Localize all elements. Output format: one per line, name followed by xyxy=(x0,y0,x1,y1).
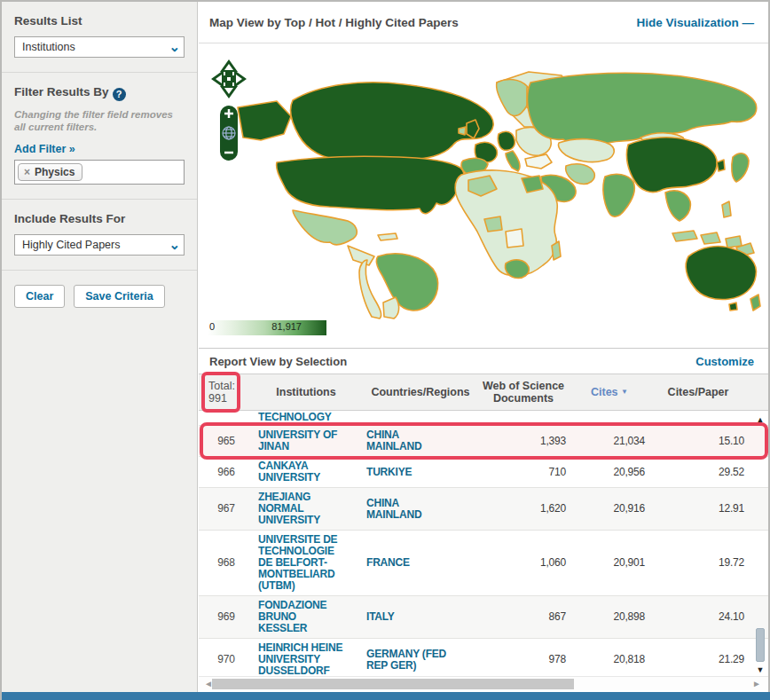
documents-cell: 1,060 xyxy=(478,554,569,572)
include-results-section: Include Results For Highly Cited Papers … xyxy=(2,200,197,270)
country-cell: GERMANY (FED REP GER) xyxy=(363,645,478,675)
scroll-up-icon[interactable]: ▲ xyxy=(754,415,766,424)
rank-cell: 970 xyxy=(203,650,249,669)
vertical-scrollbar[interactable]: ▲ ▼ xyxy=(754,415,766,674)
country-cell: FRANCE xyxy=(363,554,478,572)
choropleth-legend: 0 81,917 xyxy=(208,320,326,335)
country-cell: TURKIYE xyxy=(363,463,478,482)
window-bottom-edge xyxy=(2,692,770,700)
include-results-select[interactable]: Highly Cited Papers ⌄ xyxy=(14,234,185,256)
include-results-value: Highly Cited Papers xyxy=(22,239,120,251)
rank-cell: 965 xyxy=(203,432,249,451)
report-view-title: Report View by Selection xyxy=(209,355,347,368)
map-view-header: Map View by Top / Hot / Highly Cited Pap… xyxy=(199,2,768,43)
scroll-down-icon[interactable]: ▼ xyxy=(754,665,766,674)
total-count-value: 991 xyxy=(208,392,227,405)
table-row[interactable]: 967 ZHEJIANG NORMAL UNIVERSITY CHINA MAI… xyxy=(199,488,768,531)
total-count-cell: Total: 991 xyxy=(203,380,249,405)
filter-chip-label: Physics xyxy=(35,166,75,178)
filter-by-section: Filter Results By? Changing the filter f… xyxy=(2,73,197,199)
table-rows: 965 UNIVERSITY OF JINAN CHINA MAINLAND 1… xyxy=(199,426,768,676)
column-header-countries[interactable]: Countries/Regions xyxy=(363,386,478,398)
documents-cell: 867 xyxy=(478,608,569,626)
include-results-label: Include Results For xyxy=(14,212,185,225)
report-view-header: Report View by Selection Customize xyxy=(199,348,768,374)
institution-link[interactable]: FONDAZIONE BRUNO KESSLER xyxy=(249,596,363,638)
cites-per-paper-cell: 15.10 xyxy=(650,432,746,451)
table-body: TECHNOLOGY 965 UNIVERSITY OF JINAN CHINA… xyxy=(199,411,768,676)
institution-link[interactable]: TECHNOLOGY xyxy=(249,411,363,426)
filter-chip-physics[interactable]: × Physics xyxy=(18,163,82,181)
table-row[interactable]: 965 UNIVERSITY OF JINAN CHINA MAINLAND 1… xyxy=(199,426,768,457)
column-header-cites-paper[interactable]: Cites/Paper xyxy=(650,386,746,398)
country-cell: CHINA MAINLAND xyxy=(363,494,478,524)
help-icon[interactable]: ? xyxy=(113,88,126,101)
active-filters-box: × Physics xyxy=(14,160,185,185)
filter-note: Changing the filter field removes all cu… xyxy=(14,108,185,133)
country-cell: ITALY xyxy=(363,608,478,626)
filter-by-label: Filter Results By? xyxy=(14,85,185,101)
map-view-title: Map View by Top / Hot / Highly Cited Pap… xyxy=(209,16,459,29)
legend-max-value: 81,917 xyxy=(271,321,302,332)
cites-cell: 20,901 xyxy=(569,554,650,572)
documents-cell: 978 xyxy=(478,650,569,669)
cites-per-paper-cell: 29.52 xyxy=(650,463,746,482)
table-row[interactable]: 968 UNIVERSITE DE TECHNOLOGIE DE BELFORT… xyxy=(199,531,768,596)
minus-icon: — xyxy=(742,16,755,29)
horizontal-scrollbar[interactable]: ◄ ► xyxy=(199,676,768,690)
sidebar-buttons: Clear Save Criteria xyxy=(2,271,197,322)
column-header-documents[interactable]: Web of Science Documents xyxy=(478,380,569,405)
rank-cell: 969 xyxy=(203,608,249,626)
cites-cell: 20,898 xyxy=(569,608,650,626)
column-header-institutions[interactable]: Institutions xyxy=(249,386,363,398)
column-header-cites-sort[interactable]: Cites ▼ xyxy=(569,386,650,398)
cites-cell: 20,818 xyxy=(569,650,650,669)
horizontal-scroll-thumb[interactable] xyxy=(212,679,574,689)
institution-link[interactable]: ZHEJIANG NORMAL UNIVERSITY xyxy=(249,488,363,530)
esi-results-window: Results List Institutions ⌄ Filter Resul… xyxy=(0,0,770,700)
cites-cell: 21,034 xyxy=(569,432,650,451)
rank-cell: 966 xyxy=(203,463,249,482)
table-row[interactable]: 970 HEINRICH HEINE UNIVERSITY DUSSELDORF… xyxy=(199,639,768,676)
institution-link[interactable]: UNIVERSITE DE TECHNOLOGIE DE BELFORT-MON… xyxy=(249,531,363,595)
world-choropleth-map[interactable] xyxy=(204,45,763,320)
table-row[interactable]: 969 FONDAZIONE BRUNO KESSLER ITALY 867 2… xyxy=(199,596,768,639)
results-list-select[interactable]: Institutions ⌄ xyxy=(14,36,185,58)
results-list-section: Results List Institutions ⌄ xyxy=(2,2,197,72)
chevron-down-icon: ⌄ xyxy=(169,240,180,249)
institution-link[interactable]: UNIVERSITY OF JINAN xyxy=(249,426,363,456)
chevron-down-icon: ⌄ xyxy=(169,43,180,51)
country-cell: CHINA MAINLAND xyxy=(363,426,478,456)
rank-cell: 968 xyxy=(203,554,249,572)
results-list-label: Results List xyxy=(14,14,185,28)
customize-link[interactable]: Customize xyxy=(695,355,754,368)
vertical-scroll-thumb[interactable] xyxy=(756,628,765,662)
cites-cell: 20,956 xyxy=(569,463,650,482)
documents-cell: 1,393 xyxy=(478,432,569,451)
filter-sidebar: Results List Institutions ⌄ Filter Resul… xyxy=(2,2,198,693)
hide-visualization-link[interactable]: Hide Visualization — xyxy=(636,16,754,29)
legend-min-value: 0 xyxy=(209,321,215,332)
cites-per-paper-cell: 24.10 xyxy=(650,608,746,626)
table-row[interactable]: 966 CANKAYA UNIVERSITY TURKIYE 710 20,95… xyxy=(199,457,768,488)
map-navigation-controls xyxy=(209,58,248,164)
world-map-area: 0 81,917 xyxy=(199,43,768,348)
save-criteria-button[interactable]: Save Criteria xyxy=(74,285,164,308)
documents-cell: 1,620 xyxy=(478,499,569,518)
remove-filter-icon[interactable]: × xyxy=(24,166,30,178)
documents-cell: 710 xyxy=(478,463,569,482)
results-list-value: Institutions xyxy=(22,41,75,53)
cites-per-paper-cell: 19.72 xyxy=(650,554,746,572)
main-panel: Map View by Top / Hot / Highly Cited Pap… xyxy=(199,2,768,693)
scroll-right-icon[interactable]: ► xyxy=(752,678,761,690)
rank-cell: 967 xyxy=(203,499,249,518)
clear-button[interactable]: Clear xyxy=(14,285,65,308)
add-filter-link[interactable]: Add Filter » xyxy=(14,143,75,155)
table-row-partial: TECHNOLOGY xyxy=(199,411,768,426)
results-table-header: Total: 991 Institutions Countries/Region… xyxy=(199,374,768,411)
cites-per-paper-cell: 12.91 xyxy=(650,499,746,518)
cites-cell: 20,916 xyxy=(569,499,650,518)
cites-per-paper-cell: 21.29 xyxy=(650,650,746,669)
institution-link[interactable]: CANKAYA UNIVERSITY xyxy=(249,457,363,487)
institution-link[interactable]: HEINRICH HEINE UNIVERSITY DUSSELDORF xyxy=(249,639,363,676)
